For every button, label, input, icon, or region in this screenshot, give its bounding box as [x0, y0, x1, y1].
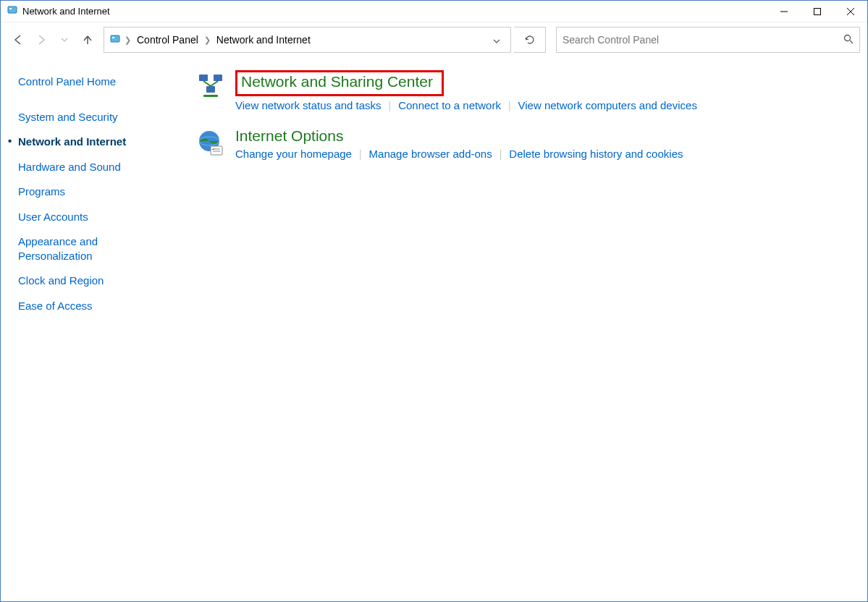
- svg-rect-11: [214, 75, 222, 81]
- sidebar-item-network-internet[interactable]: Network and Internet: [18, 132, 167, 152]
- toolbar: ❯ Control Panel ❯ Network and Internet: [1, 22, 867, 57]
- breadcrumb-dropdown[interactable]: [487, 31, 506, 48]
- breadcrumb-current[interactable]: Network and Internet: [214, 33, 313, 47]
- main-panel: Network and Sharing Center View network …: [167, 57, 867, 601]
- category-internet-options: Internet Options Change your homepage | …: [196, 127, 853, 160]
- svg-rect-15: [203, 95, 218, 97]
- link-connect-network[interactable]: Connect to a network: [398, 99, 501, 111]
- category-network-sharing: Network and Sharing Center View network …: [196, 70, 853, 111]
- search-box[interactable]: [556, 27, 860, 53]
- search-icon[interactable]: [843, 34, 854, 46]
- svg-line-14: [211, 81, 218, 86]
- svg-rect-12: [206, 86, 215, 93]
- svg-rect-1: [9, 8, 12, 9]
- internet-options-links: Change your homepage | Manage browser ad…: [235, 148, 853, 160]
- window-title: Network and Internet: [22, 6, 767, 17]
- svg-rect-0: [8, 7, 17, 13]
- search-input[interactable]: [562, 34, 843, 46]
- internet-options-icon: [196, 129, 225, 158]
- svg-rect-7: [112, 37, 114, 38]
- sidebar-item-programs[interactable]: Programs: [18, 182, 167, 202]
- link-view-computers[interactable]: View network computers and devices: [518, 99, 697, 111]
- sidebar-item-appearance[interactable]: Appearance and Personalization: [18, 232, 167, 266]
- link-view-status[interactable]: View network status and tasks: [235, 99, 382, 111]
- maximize-button[interactable]: [801, 1, 834, 22]
- svg-rect-3: [814, 8, 821, 14]
- sidebar: Control Panel Home System and Security N…: [1, 57, 167, 601]
- window-controls: [767, 1, 867, 22]
- breadcrumb-sep: ❯: [203, 35, 212, 45]
- sidebar-home[interactable]: Control Panel Home: [18, 72, 167, 92]
- breadcrumb-bar[interactable]: ❯ Control Panel ❯ Network and Internet: [104, 27, 511, 53]
- link-browser-addons[interactable]: Manage browser add-ons: [369, 148, 492, 160]
- internet-options-title[interactable]: Internet Options: [235, 127, 343, 145]
- control-panel-icon: [7, 4, 18, 18]
- link-delete-history[interactable]: Delete browsing history and cookies: [509, 148, 683, 160]
- svg-point-8: [845, 35, 851, 41]
- sidebar-item-ease-access[interactable]: Ease of Access: [18, 296, 167, 316]
- svg-line-9: [850, 41, 853, 43]
- content-area: Control Panel Home System and Security N…: [1, 57, 867, 601]
- breadcrumb-icon: [109, 33, 122, 48]
- titlebar: Network and Internet: [1, 1, 867, 22]
- sidebar-item-clock-region[interactable]: Clock and Region: [18, 271, 167, 291]
- sidebar-item-hardware-sound[interactable]: Hardware and Sound: [18, 157, 167, 177]
- svg-rect-18: [211, 146, 222, 155]
- close-button[interactable]: [834, 1, 867, 22]
- breadcrumb-sep: ❯: [123, 35, 132, 45]
- network-sharing-icon: [196, 72, 225, 101]
- svg-rect-10: [199, 75, 208, 81]
- forward-button[interactable]: [31, 30, 51, 50]
- breadcrumb-root[interactable]: Control Panel: [134, 33, 201, 47]
- refresh-button[interactable]: [514, 27, 546, 53]
- network-sharing-links: View network status and tasks | Connect …: [235, 99, 853, 111]
- up-button[interactable]: [77, 30, 98, 50]
- recent-locations-button[interactable]: [54, 30, 75, 50]
- sidebar-item-system-security[interactable]: System and Security: [18, 107, 167, 127]
- link-change-homepage[interactable]: Change your homepage: [235, 148, 352, 160]
- network-sharing-title[interactable]: Network and Sharing Center: [235, 70, 444, 96]
- svg-line-13: [203, 81, 211, 86]
- svg-rect-6: [111, 35, 119, 42]
- sidebar-item-user-accounts[interactable]: User Accounts: [18, 207, 167, 227]
- back-button[interactable]: [8, 30, 28, 50]
- minimize-button[interactable]: [767, 1, 801, 22]
